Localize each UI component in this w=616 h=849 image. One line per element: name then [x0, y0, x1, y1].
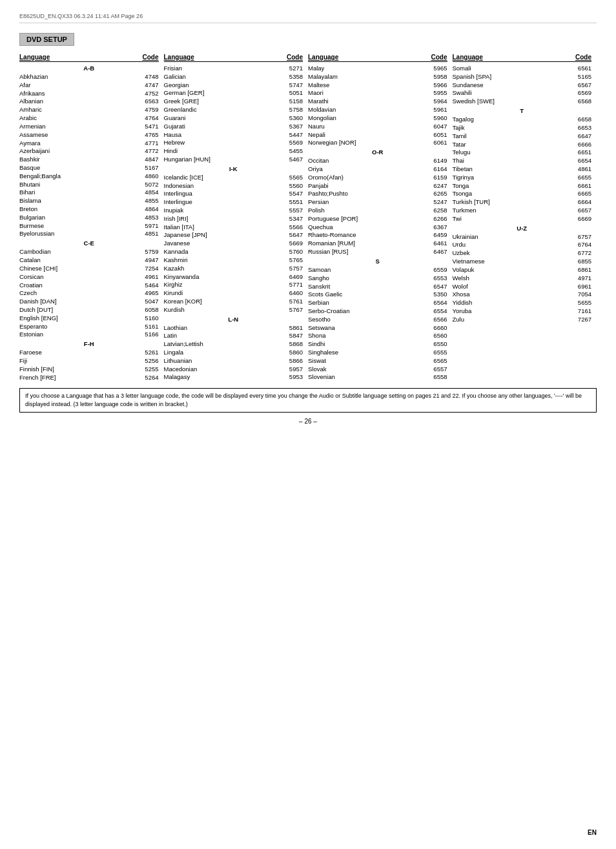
language-name: Siswat: [308, 357, 425, 365]
language-name: Armenian: [19, 123, 136, 131]
list-item: Greenlandic5758: [164, 106, 303, 114]
list-item: Bislama4855: [19, 197, 159, 205]
list-item: Esperanto5161: [19, 323, 159, 331]
language-name: Hungarian [HUN]: [164, 156, 281, 164]
list-item: Cambodian5759: [19, 248, 159, 256]
language-name: Occitan: [308, 157, 425, 165]
language-name: Latvian;Lettish: [164, 340, 281, 349]
section-label: U-Z: [453, 225, 592, 232]
language-code: 5569: [280, 139, 303, 147]
language-code: 6558: [425, 373, 447, 382]
list-item: Sangho6553: [308, 274, 447, 283]
language-name: Tsonga: [453, 190, 570, 198]
language-name: Shona: [308, 332, 425, 340]
language-code: 5767: [280, 306, 303, 314]
language-code: 6247: [425, 182, 447, 190]
language-code: 6164: [425, 165, 447, 174]
language-code: 6258: [425, 207, 447, 215]
language-code: 6664: [569, 198, 591, 207]
language-code: 6861: [569, 266, 591, 274]
list-item: Kurdish5767: [164, 306, 303, 314]
list-item: Zulu7267: [453, 316, 592, 324]
language-code: 5566: [280, 223, 303, 232]
language-code: 4851: [136, 230, 159, 238]
language-name: Welsh: [453, 274, 570, 283]
list-item: Sundanese6567: [453, 81, 592, 90]
language-name: Quechua: [308, 223, 425, 232]
language-name: Greenlandic: [164, 106, 281, 114]
language-code: 6554: [425, 307, 447, 316]
list-item: Scots Gaelic5350: [308, 291, 447, 299]
language-code: 7254: [136, 265, 159, 273]
language-name: Xhosa: [453, 291, 570, 299]
language-code: 5957: [280, 365, 303, 374]
language-code: 4965: [136, 289, 159, 298]
language-code: 4748: [136, 73, 159, 81]
language-code: 5167: [136, 164, 159, 172]
list-item: Kirghiz5771: [164, 281, 303, 289]
language-column-3: LanguageCodeMalay5965Malayalam5958Maltes…: [308, 54, 453, 382]
language-code: 5160: [136, 314, 159, 323]
language-name: Norwegian [NOR]: [308, 139, 425, 147]
list-item: Pashto;Pushto6265: [308, 190, 447, 198]
list-item: Wolof6961: [453, 283, 592, 291]
list-item: Danish [DAN]5047: [19, 298, 159, 306]
list-item: Rhaeto-Romance6459: [308, 231, 447, 240]
language-code: 4771: [136, 139, 159, 148]
language-code: 6555: [425, 349, 447, 357]
language-code: 6550: [425, 340, 447, 349]
language-code: 4759: [136, 106, 159, 114]
language-name: Somali: [453, 65, 570, 73]
list-item: Abkhazian4748: [19, 73, 159, 81]
list-item: Slovak6557: [308, 365, 447, 374]
language-code: 6655: [569, 174, 591, 182]
language-name: Azerbaijani: [19, 147, 136, 156]
language-code: 6653: [569, 124, 591, 132]
language-code: 5759: [136, 248, 159, 256]
list-item: Amharic4759: [19, 106, 159, 114]
footer-note: If you choose a Language that has a 3 le…: [19, 388, 597, 412]
language-code: 5367: [280, 123, 303, 131]
list-item: Norwegian [NOR]6061: [308, 139, 447, 147]
list-item: Maori5955: [308, 89, 447, 97]
language-code: 5165: [569, 73, 591, 81]
language-code: 6459: [425, 231, 447, 240]
language-code: 6061: [425, 139, 447, 147]
language-name: Setswana: [308, 324, 425, 332]
column-header-code: Code: [143, 54, 159, 61]
language-code: 6467: [425, 248, 447, 256]
language-code: 6651: [569, 148, 591, 157]
list-item: Occitan6149: [308, 157, 447, 165]
language-name: Hebrew: [164, 139, 281, 147]
language-code: 5261: [136, 349, 159, 357]
list-item: Latin5847: [164, 332, 303, 340]
list-item: Bulgarian4853: [19, 214, 159, 222]
list-item: Korean [KOR]5761: [164, 298, 303, 306]
language-code: 7054: [569, 291, 591, 299]
language-code: 6547: [425, 283, 447, 291]
language-name: Irish [IRI]: [164, 215, 281, 223]
language-code: 5860: [280, 349, 303, 357]
language-name: Maori: [308, 89, 425, 97]
language-code: 4765: [136, 131, 159, 139]
language-name: Aymara: [19, 139, 136, 148]
language-name: Japanese [JPN]: [164, 231, 281, 240]
language-code: 6559: [425, 266, 447, 274]
language-name: Uzbek: [453, 249, 570, 258]
list-item: Kazakh5757: [164, 265, 303, 273]
language-code: 5247: [425, 198, 447, 207]
language-code: 6669: [569, 215, 591, 223]
list-item: Urdu6764: [453, 241, 592, 249]
list-item: Yoruba7161: [453, 307, 592, 316]
list-item: Tamil6647: [453, 132, 592, 141]
language-code: 6367: [425, 223, 447, 232]
list-item: Burmese5971: [19, 222, 159, 230]
language-name: Danish [DAN]: [19, 298, 136, 306]
language-name: Kurdish: [164, 306, 281, 314]
list-item: Nauru6047: [308, 123, 447, 131]
language-name: Slovak: [308, 365, 425, 374]
section-label: C-E: [19, 240, 159, 247]
language-name: Spanish [SPA]: [453, 73, 570, 81]
language-name: Greek [GRE]: [164, 97, 281, 106]
language-name: Samoan: [308, 266, 425, 274]
